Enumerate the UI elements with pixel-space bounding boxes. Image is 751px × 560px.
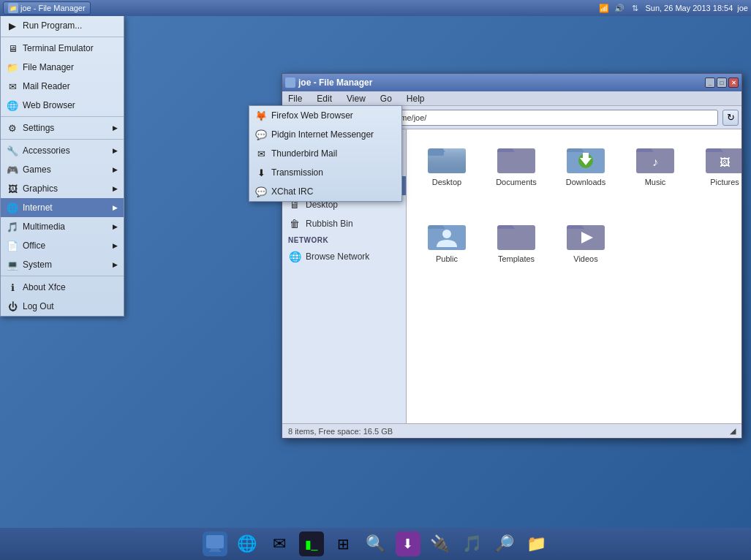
dock-monitor-icon [203,531,227,556]
sidebar-label-rubbish-bin: Rubbish Bin [306,219,353,229]
dock-item-search2[interactable]: 🔎 [490,529,519,559]
submenu-item-thunderbird[interactable]: ✉ Thunderbird Mail [249,144,401,163]
fm-refresh-button[interactable]: ↻ [722,110,739,126]
menu-item-office[interactable]: 📄 Office ▶ [1,236,124,255]
transmission-icon: ⬇ [255,167,267,178]
rubbish-bin-icon: 🗑 [288,217,301,230]
file-label-desktop: Desktop [432,178,461,187]
svg-rect-20 [209,550,221,552]
submenu-item-firefox[interactable]: 🦊 Firefox Web Browser [249,106,401,125]
menu-label-graphics: Graphics [23,183,108,194]
menu-item-file-manager[interactable]: 📁 File Manager [1,58,124,77]
menu-item-accessories[interactable]: 🔧 Accessories ▶ [1,141,124,160]
file-item-desktop[interactable]: Desktop [414,137,480,210]
folder-icon-music: ♪ [636,143,674,175]
svg-point-14 [442,230,451,238]
taskbar-app-button[interactable]: 📁 joe - File Manager [3,1,91,15]
submenu-item-xchat[interactable]: 💬 XChat IRC [249,182,401,201]
fm-menu-view[interactable]: View [344,94,369,104]
menu-item-mail-reader[interactable]: ✉ Mail Reader [1,77,124,96]
fm-menu-edit[interactable]: Edit [314,94,335,104]
file-item-videos[interactable]: Videos [553,213,619,287]
menu-item-log-out[interactable]: ⏻ Log Out [1,297,124,316]
menu-divider-3 [1,139,124,140]
xchat-icon: 💬 [255,186,267,197]
terminal-icon: 🖥 [7,42,18,54]
run-program-icon: ▶ [7,20,18,31]
folder-icon-templates [497,219,535,251]
dock-download-icon: ⬇ [396,531,420,556]
menu-divider-2 [1,116,124,117]
folder-icon-desktop [428,143,466,175]
folder-icon-downloads [567,143,605,175]
internet-icon: 🌐 [7,202,18,213]
fm-minimize-button[interactable]: _ [705,77,715,88]
menu-label-mail-reader: Mail Reader [23,81,118,91]
system-icon: 💻 [7,259,18,270]
fm-maximize-button[interactable]: □ [717,77,727,88]
web-browser-icon: 🌐 [7,99,18,111]
menu-label-accessories: Accessories [23,145,108,156]
file-item-templates[interactable]: Templates [483,213,549,287]
fm-menu-file[interactable]: File [285,94,305,104]
dock-item-mail[interactable]: ✉ [265,529,294,559]
file-item-pictures[interactable]: 🖼 Pictures [692,137,741,210]
menu-divider-4 [1,276,124,276]
menu-label-office: Office [23,241,108,251]
menu-item-games[interactable]: 🎮 Games ▶ [1,160,124,179]
dock-item-terminal[interactable]: ▮_ [297,529,326,559]
dock-item-apps[interactable]: ⊞ [329,529,358,559]
submenu-label-transmission: Transmission [271,167,323,178]
menu-item-run-program[interactable]: ▶ Run Program... [1,16,124,35]
submenu-item-pidgin[interactable]: 💬 Pidgin Internet Messenger [249,125,401,144]
dock-item-music[interactable]: 🎵 [458,529,487,559]
multimedia-arrow-icon: ▶ [113,223,118,230]
menu-label-log-out: Log Out [23,301,118,311]
svg-text:♪: ♪ [652,156,658,168]
taskbar-left: 📁 joe - File Manager [3,1,91,15]
dock-item-files[interactable]: 📁 [522,529,551,559]
submenu-label-pidgin: Pidgin Internet Messenger [271,129,374,140]
submenu-item-transmission[interactable]: ⬇ Transmission [249,163,401,182]
fm-titlebar: joe - File Manager _ □ ✕ [282,74,741,91]
fm-title-buttons: _ □ ✕ [705,77,739,88]
menu-item-terminal[interactable]: 🖥 Terminal Emulator [1,39,124,58]
fm-menu-go[interactable]: Go [377,94,395,104]
file-item-music[interactable]: ♪ Music [622,137,688,210]
menu-item-internet[interactable]: 🌐 Internet ▶ [1,198,124,217]
fm-title-left: joe - File Manager [285,77,372,88]
dock-apps-icon: ⊞ [331,531,356,556]
sidebar-item-rubbish-bin[interactable]: 🗑 Rubbish Bin [282,214,406,233]
mail-reader-icon: ✉ [7,80,18,92]
dock-mail-icon: ✉ [267,531,292,556]
menu-item-graphics[interactable]: 🖼 Graphics ▶ [1,179,124,198]
file-item-downloads[interactable]: Downloads [553,137,619,210]
fm-menu-help[interactable]: Help [404,94,428,104]
fm-close-button[interactable]: ✕ [728,77,739,88]
folder-icon-documents [497,143,535,175]
svg-rect-8 [583,153,589,159]
dock-item-browser[interactable]: 🌐 [233,529,262,559]
dock-item-network[interactable]: 🔌 [426,529,455,559]
submenu-label-firefox: Firefox Web Browser [271,110,353,121]
sidebar-item-browse-network[interactable]: 🌐 Browse Network [282,247,406,266]
dock-item-monitor[interactable] [200,529,230,559]
menu-item-web-browser[interactable]: 🌐 Web Browser [1,96,124,115]
fm-address-bar[interactable]: 📁 /home/joe/ [370,110,718,126]
menu-label-run-program: Run Program... [23,20,118,31]
menu-item-system[interactable]: 💻 System ▶ [1,255,124,274]
file-manager-icon: 📁 [7,61,18,73]
menu-item-about-xfce[interactable]: ℹ About Xfce [1,278,124,297]
menu-item-settings[interactable]: ⚙ Settings ▶ [1,118,124,137]
menu-label-about-xfce: About Xfce [23,282,118,292]
dock-item-search[interactable]: 🔍 [361,529,390,559]
office-icon: 📄 [7,240,18,251]
menu-item-multimedia[interactable]: 🎵 Multimedia ▶ [1,217,124,236]
file-item-public[interactable]: Public [414,213,480,287]
internet-arrow-icon: ▶ [113,204,118,211]
dock-item-download[interactable]: ⬇ [393,529,423,559]
network-tray-icon: 📶 [598,2,610,14]
system-arrow-icon: ▶ [113,261,118,268]
menu-label-file-manager: File Manager [23,62,118,72]
file-item-documents[interactable]: Documents [483,137,549,210]
